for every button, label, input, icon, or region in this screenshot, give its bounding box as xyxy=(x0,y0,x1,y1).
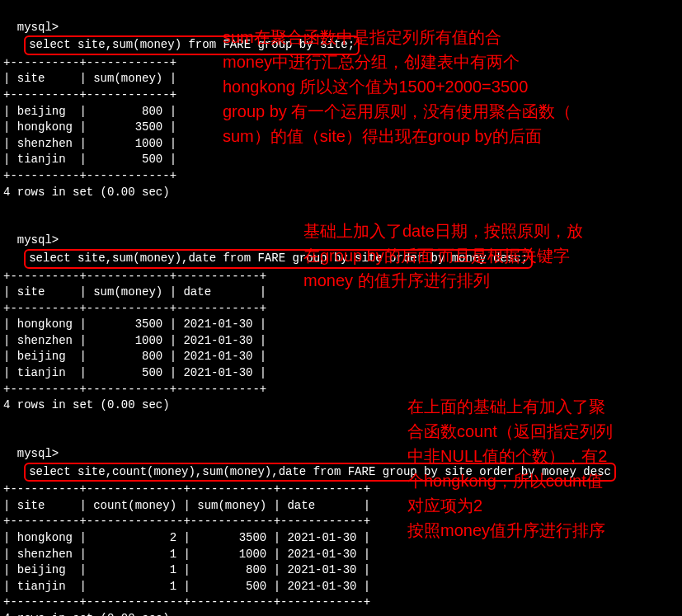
annotation-2: 基础上加入了date日期，按照原则，放 在group by的后面 而且是根据关键… xyxy=(303,219,675,293)
table2-row: | beijing | 800 | 2021-01-30 | xyxy=(3,349,679,365)
annotation-3: 在上面的基础上有加入了聚 合函数count（返回指定列列 中非NULL值的个数）… xyxy=(407,394,680,543)
annotation-line: 个hongkong，所以count值 xyxy=(407,468,680,493)
annotation-line: group by 有一个运用原则，没有使用聚合函数（ xyxy=(223,99,668,124)
table2-sep-mid: +----------+------------+------------+ xyxy=(3,301,679,317)
annotation-line: 中非NULL值的个数），有2 xyxy=(407,444,680,468)
annotation-line: money 的值升序进行排列 xyxy=(303,268,675,293)
table1-row: | tianjin | 500 | xyxy=(3,152,679,168)
table2-row: | shenzhen | 1000 | 2021-01-30 | xyxy=(3,333,679,350)
table1-sep-bot: +----------+------------+ xyxy=(3,168,679,185)
annotation-line: money中进行汇总分组，创建表中有两个 xyxy=(223,49,668,74)
annotation-1: sum在聚合函数中是指定列所有值的合 money中进行汇总分组，创建表中有两个 … xyxy=(223,25,668,148)
annotation-line: sum）的值（site）得出现在group by的后面 xyxy=(223,124,668,148)
table3-row: | beijing | 1 | 800 | 2021-01-30 | xyxy=(3,562,679,579)
annotation-line: 按照money值升序进行排序 xyxy=(407,518,680,543)
annotation-line: hongkong 所以这个值为1500+2000=3500 xyxy=(223,74,668,99)
status-3: 4 rows in set (0.00 sec) xyxy=(3,611,679,616)
annotation-line: 合函数count（返回指定列列 xyxy=(407,419,680,444)
annotation-line: 对应项为2 xyxy=(407,493,680,518)
annotation-line: 在上面的基础上有加入了聚 xyxy=(407,394,680,419)
annotation-line: 在group by的后面 而且是根据关键字 xyxy=(303,243,675,268)
table3-row: | tianjin | 1 | 500 | 2021-01-30 | xyxy=(3,579,679,595)
mysql-prompt: mysql> xyxy=(17,21,59,34)
mysql-prompt: mysql> xyxy=(17,233,59,247)
annotation-line: sum在聚合函数中是指定列所有值的合 xyxy=(223,25,668,49)
annotation-line: 基础上加入了date日期，按照原则，放 xyxy=(303,219,675,243)
mysql-prompt: mysql> xyxy=(17,447,59,460)
table2-row: | tianjin | 500 | 2021-01-30 | xyxy=(3,365,679,382)
status-1: 4 rows in set (0.00 sec) xyxy=(3,185,679,201)
table2-row: | hongkong | 3500 | 2021-01-30 | xyxy=(3,317,679,333)
table3-sep-bot: +----------+--------------+------------+… xyxy=(3,595,679,611)
table3-row: | shenzhen | 1 | 1000 | 2021-01-30 | xyxy=(3,547,679,563)
